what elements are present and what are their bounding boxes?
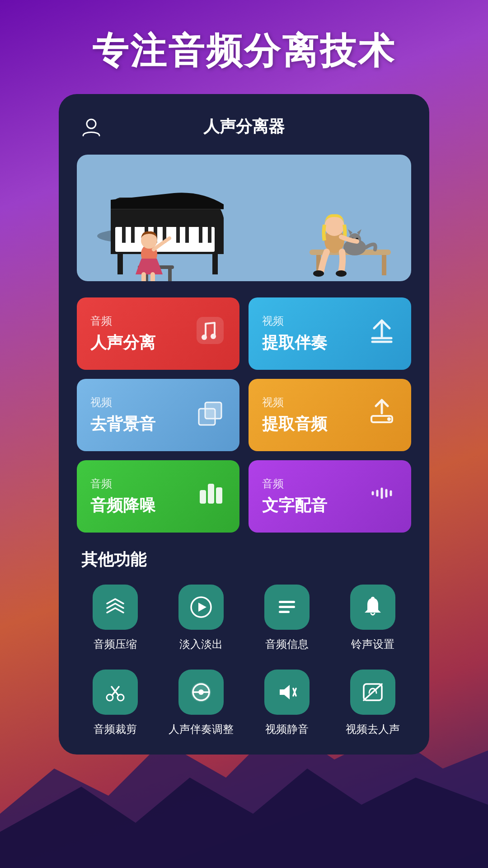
svg-rect-16 (168, 269, 172, 281)
svg-point-33 (336, 270, 347, 277)
svg-rect-41 (200, 490, 206, 504)
svg-rect-43 (216, 487, 222, 504)
audio-compress-label: 音频压缩 (94, 637, 137, 651)
other-section-title: 其他功能 (77, 549, 411, 571)
features-grid: 音频 人声分离 视频 提取伴奏 (77, 297, 411, 533)
other-features-grid: 音频压缩 淡入淡出 音频信息 (77, 585, 411, 736)
feature-tag: 视频 (262, 314, 327, 328)
feature-name: 音频降噪 (90, 495, 155, 517)
svg-rect-13 (212, 252, 218, 274)
svg-rect-47 (279, 606, 295, 608)
app-card: 人声分离器 (59, 94, 429, 755)
ringtone-item[interactable]: 铃声设置 (334, 585, 411, 651)
svg-rect-11 (208, 227, 211, 243)
vocal-adjust-item[interactable]: 人声伴奏调整 (163, 670, 239, 736)
list-icon (264, 585, 310, 630)
listener-illustration (251, 164, 404, 281)
svg-rect-8 (176, 227, 180, 243)
video-mute-label: 视频静音 (265, 722, 309, 736)
remove-background-button[interactable]: 视频 去背景音 (77, 379, 239, 451)
bar-chart-icon (194, 477, 226, 516)
svg-point-31 (324, 216, 344, 236)
svg-rect-23 (382, 255, 386, 275)
extract-audio-button[interactable]: 视频 提取音频 (249, 379, 411, 451)
svg-rect-48 (279, 611, 290, 613)
fade-inout-item[interactable]: 淡入淡出 (163, 585, 239, 651)
svg-point-40 (387, 417, 391, 421)
svg-point-54 (198, 689, 204, 695)
svg-point-36 (211, 334, 216, 339)
video-remove-vocals-label: 视频去人声 (346, 722, 400, 736)
feature-tag: 音频 (90, 476, 155, 491)
scissors-icon (93, 670, 138, 715)
svg-point-35 (202, 335, 207, 340)
video-remove-vocals-item[interactable]: 视频去人声 (334, 670, 411, 736)
layers2-icon (93, 585, 138, 630)
svg-marker-45 (198, 603, 206, 612)
audio-info-item[interactable]: 音频信息 (249, 585, 325, 651)
svg-rect-34 (197, 317, 224, 344)
ringtone-label: 铃声设置 (351, 637, 394, 651)
mute-icon (264, 670, 310, 715)
feature-tag: 音频 (90, 314, 155, 328)
audio-trim-item[interactable]: 音频裁剪 (77, 670, 154, 736)
feature-tag: 视频 (90, 395, 155, 410)
svg-point-0 (87, 119, 96, 128)
svg-rect-38 (199, 409, 215, 425)
svg-point-32 (313, 270, 324, 277)
svg-rect-3 (122, 227, 126, 243)
feature-tag: 视频 (262, 395, 327, 410)
music-note-icon (194, 315, 226, 353)
svg-point-49 (371, 597, 375, 600)
main-title: 专注音频分离技术 (0, 0, 488, 94)
svg-rect-9 (185, 227, 189, 243)
video-mute-item[interactable]: 视频静音 (249, 670, 325, 736)
vocal-adjust-label: 人声伴奏调整 (169, 722, 234, 736)
audio-info-label: 音频信息 (265, 637, 309, 651)
feature-name: 去背景音 (90, 413, 155, 435)
play-circle-icon (178, 585, 224, 630)
fade-inout-label: 淡入淡出 (179, 637, 223, 651)
svg-line-60 (364, 684, 382, 700)
audio-compress-item[interactable]: 音频压缩 (77, 585, 154, 651)
feature-name: 提取音频 (262, 413, 327, 435)
text-to-speech-button[interactable]: 音频 文字配音 (249, 460, 411, 533)
upload-icon (366, 315, 398, 353)
bell-icon (350, 585, 395, 630)
svg-rect-42 (208, 484, 214, 504)
feature-name: 人声分离 (90, 332, 155, 354)
audio-trim-label: 音频裁剪 (94, 722, 137, 736)
remove-person-icon (350, 670, 395, 715)
svg-rect-19 (141, 272, 146, 281)
app-title: 人声分离器 (106, 116, 382, 138)
equalizer-icon (178, 670, 224, 715)
svg-rect-12 (117, 252, 123, 274)
sound-wave-icon (366, 477, 398, 516)
piano-illustration (84, 164, 237, 281)
app-header: 人声分离器 (77, 112, 411, 141)
user-icon[interactable] (77, 112, 106, 141)
feature-tag: 音频 (262, 476, 327, 491)
feature-name: 文字配音 (262, 495, 327, 517)
audio-denoise-button[interactable]: 音频 音频降噪 (77, 460, 239, 533)
extract-accompaniment-button[interactable]: 视频 提取伴奏 (249, 297, 411, 370)
svg-rect-46 (279, 601, 295, 603)
hero-banner (77, 155, 411, 281)
svg-rect-4 (131, 227, 135, 243)
svg-rect-10 (199, 227, 202, 243)
feature-name: 提取伴奏 (262, 332, 327, 354)
layers-icon (194, 396, 226, 434)
upload2-icon (366, 396, 398, 434)
voice-separation-button[interactable]: 音频 人声分离 (77, 297, 239, 370)
svg-rect-20 (150, 272, 155, 281)
